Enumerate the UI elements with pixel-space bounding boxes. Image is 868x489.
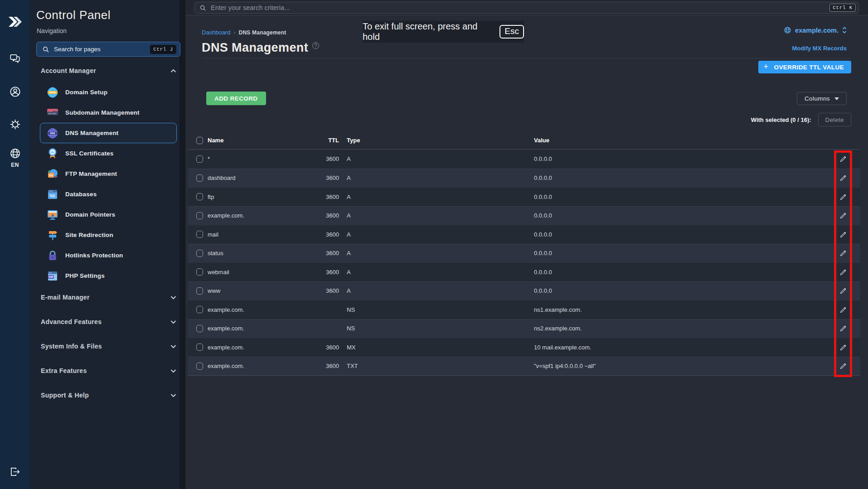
columns-dropdown[interactable]: Columns: [797, 92, 847, 105]
section-advanced-features[interactable]: Advanced Features: [41, 318, 176, 325]
logout-button[interactable]: [0, 466, 30, 478]
fullscreen-exit-toast: To exit full screen, press and hold Esc: [363, 21, 524, 43]
section-email-manager[interactable]: E-mail Manager: [41, 294, 176, 301]
section-label: Extra Features: [41, 367, 87, 374]
table-row: webmail 3600 A 0.0.0.0: [188, 262, 860, 281]
edit-record-button[interactable]: [834, 211, 852, 220]
edit-record-button[interactable]: [834, 286, 852, 295]
directadmin-logo[interactable]: [0, 13, 30, 31]
edit-record-button[interactable]: [834, 249, 852, 257]
global-search-input[interactable]: Enter your search criteria... Ctrl K: [194, 2, 859, 14]
domain-selector[interactable]: example.com.: [784, 26, 847, 34]
sidebar-item-dns-management[interactable]: DNS DNS Management: [40, 123, 177, 143]
section-label: Support & Help: [41, 392, 89, 399]
edit-record-button[interactable]: [834, 268, 852, 276]
pencil-icon: [839, 362, 848, 370]
row-checkbox[interactable]: [196, 325, 203, 332]
record-name: www: [208, 287, 315, 294]
page-title: DNS Management: [202, 41, 308, 55]
edit-record-button[interactable]: [834, 362, 852, 370]
sidebar-item-databases[interactable]: SQL Databases: [40, 184, 177, 204]
toast-text: To exit full screen, press and hold: [363, 21, 494, 42]
modify-mx-records-link[interactable]: Modify MX Records: [792, 45, 847, 52]
globe-icon: [9, 147, 21, 160]
row-checkbox[interactable]: [196, 155, 203, 163]
row-checkbox[interactable]: [196, 306, 203, 313]
record-name: ftp: [208, 194, 315, 200]
sidebar-item-label: Domain Setup: [65, 89, 107, 96]
sidebar-item-ftp-management[interactable]: FTP FTP Management: [40, 164, 177, 184]
settings-button[interactable]: [0, 118, 30, 131]
sidebar-item-php-settings[interactable]: PHP PHP Settings: [40, 266, 177, 286]
account-button[interactable]: [0, 86, 30, 98]
row-checkbox[interactable]: [196, 287, 203, 295]
pencil-icon: [839, 193, 848, 201]
edit-record-button[interactable]: [834, 230, 852, 239]
sidebar-item-hotlinks-protection[interactable]: Hotlinks Protection: [40, 245, 177, 266]
sidebar-item-domain-pointers[interactable]: Domain Pointers: [40, 204, 177, 225]
column-header-ttl[interactable]: TTL: [315, 137, 339, 144]
dns-management-page: EN Control Panel Navigation Search for p…: [0, 0, 868, 489]
globe-www-icon: WWW: [47, 87, 58, 98]
record-type: NS: [339, 306, 534, 313]
edit-record-button[interactable]: [834, 174, 852, 182]
pencil-icon: [839, 155, 848, 163]
sidebar-item-subdomain-management[interactable]: Subdomain Management: [40, 102, 177, 123]
section-label: Advanced Features: [41, 318, 102, 325]
help-icon[interactable]: ?: [312, 42, 319, 49]
row-checkbox[interactable]: [196, 193, 203, 200]
section-account-manager[interactable]: Account Manager: [41, 67, 176, 74]
chevron-up-icon: [170, 69, 176, 73]
row-checkbox[interactable]: [196, 212, 203, 219]
edit-record-button[interactable]: [834, 324, 852, 333]
row-checkbox[interactable]: [196, 363, 203, 370]
with-selected-label: With selected (0 / 16):: [751, 116, 811, 123]
svg-text:FTP: FTP: [49, 174, 53, 176]
record-ttl: 3600: [315, 250, 339, 257]
sidebar-item-ssl-certificates[interactable]: SSL SSL Certificates: [40, 143, 177, 164]
pencil-icon: [839, 268, 848, 276]
delete-button[interactable]: Delete: [818, 113, 851, 126]
pencil-icon: [839, 174, 848, 182]
table-row: * 3600 A 0.0.0.0: [188, 150, 860, 169]
section-support-help[interactable]: Support & Help: [41, 392, 176, 399]
feedback-button[interactable]: [0, 53, 30, 64]
row-checkbox[interactable]: [196, 344, 203, 351]
breadcrumb-dashboard-link[interactable]: Dashboard: [202, 29, 231, 36]
edit-record-button[interactable]: [834, 343, 852, 352]
svg-text:DNS: DNS: [50, 131, 55, 134]
add-record-button[interactable]: ADD RECORD: [206, 92, 266, 105]
sidebar-item-site-redirection[interactable]: Site Redirection: [40, 225, 177, 245]
row-checkbox[interactable]: [196, 231, 203, 238]
row-checkbox[interactable]: [196, 268, 203, 276]
override-ttl-label: OVERRIDE TTL VALUE: [774, 64, 844, 71]
row-checkbox[interactable]: [196, 174, 203, 182]
sidebar-search-shortcut: Ctrl J: [150, 45, 176, 54]
edit-record-button[interactable]: [834, 305, 852, 314]
record-ttl: 3600: [315, 212, 339, 219]
language-label: EN: [11, 162, 19, 168]
override-ttl-button[interactable]: + OVERRIDE TTL VALUE: [758, 61, 851, 73]
sort-arrows-icon: [842, 27, 847, 34]
language-switcher[interactable]: EN: [0, 147, 30, 168]
section-system-info-files[interactable]: System Info & Files: [41, 343, 176, 350]
sidebar-search-input[interactable]: Search for pages Ctrl J: [36, 42, 180, 57]
section-extra-features[interactable]: Extra Features: [41, 367, 176, 374]
column-header-type[interactable]: Type: [339, 137, 534, 144]
sidebar-scrollbar[interactable]: [179, 0, 185, 489]
select-all-checkbox[interactable]: [196, 137, 203, 144]
column-header-name[interactable]: Name: [208, 137, 315, 144]
row-checkbox[interactable]: [196, 250, 203, 257]
record-value: 0.0.0.0: [534, 174, 834, 181]
svg-text:SSL: SSL: [51, 151, 55, 153]
record-ttl: 3600: [315, 174, 339, 181]
sidebar-item-domain-setup[interactable]: WWW Domain Setup: [40, 82, 177, 102]
table-row: example.com. NS ns2.example.com.: [188, 319, 860, 338]
edit-record-button[interactable]: [834, 155, 852, 163]
column-header-value[interactable]: Value: [534, 137, 834, 144]
table-row: status 3600 A 0.0.0.0: [188, 244, 860, 263]
search-icon: [199, 5, 206, 11]
edit-record-button[interactable]: [834, 193, 852, 201]
sidebar-item-label: PHP Settings: [65, 272, 105, 279]
table-row: mail 3600 A 0.0.0.0: [188, 225, 860, 244]
